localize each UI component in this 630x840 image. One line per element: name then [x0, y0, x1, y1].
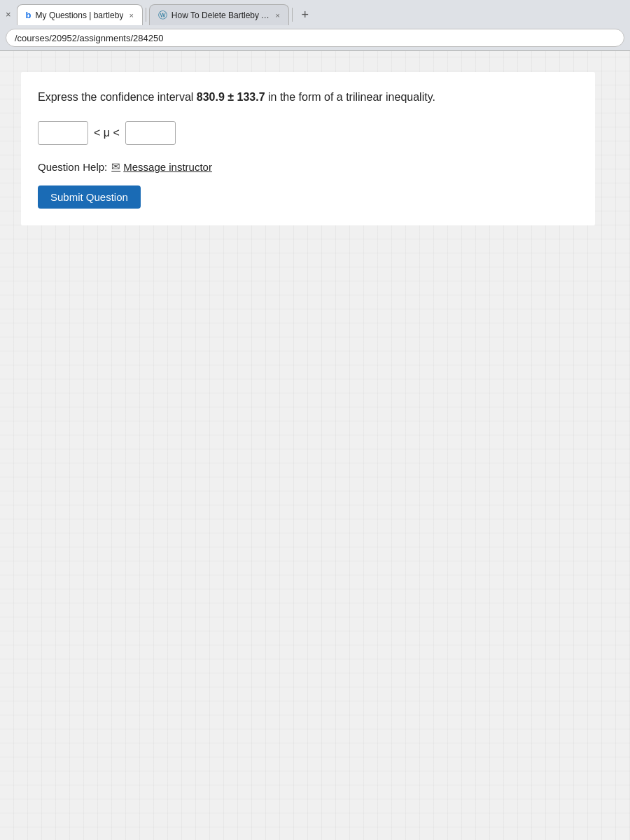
- tab-separator2: [292, 8, 293, 22]
- confidence-interval-value: 830.9 ± 133.7: [197, 91, 265, 103]
- inequality-symbol: < μ <: [94, 127, 120, 139]
- page-content: Express the confidence interval 830.9 ± …: [0, 51, 630, 840]
- tab-bar: × b My Questions | bartleby × ⓦ How To D…: [0, 0, 630, 25]
- bartleby-favicon: b: [26, 10, 31, 20]
- message-instructor-link[interactable]: ✉ Message instructor: [111, 160, 212, 173]
- tab-separator: [146, 8, 146, 22]
- lower-bound-input[interactable]: [38, 121, 88, 145]
- message-instructor-label: Message instructor: [123, 161, 212, 173]
- tab2-close[interactable]: ×: [275, 11, 279, 20]
- question-help-row: Question Help: ✉ Message instructor: [38, 160, 578, 173]
- upper-bound-input[interactable]: [125, 121, 176, 145]
- question-text: Express the confidence interval 830.9 ± …: [38, 89, 578, 106]
- question-help-label: Question Help:: [38, 161, 107, 173]
- address-bar: [0, 25, 630, 50]
- address-input[interactable]: [6, 29, 624, 47]
- tab-my-questions[interactable]: b My Questions | bartleby ×: [17, 4, 143, 25]
- mail-icon: ✉: [111, 160, 120, 173]
- tab2-label: How To Delete Bartleby Accou: [172, 10, 270, 20]
- wordpress-favicon: ⓦ: [158, 9, 167, 22]
- browser-close-x[interactable]: ×: [0, 2, 17, 27]
- browser-chrome: × b My Questions | bartleby × ⓦ How To D…: [0, 0, 630, 51]
- tab1-close[interactable]: ×: [129, 11, 133, 20]
- inequality-row: < μ <: [38, 121, 578, 145]
- submit-question-button[interactable]: Submit Question: [38, 186, 141, 209]
- new-tab-button[interactable]: +: [295, 5, 315, 24]
- tab-how-to-delete[interactable]: ⓦ How To Delete Bartleby Accou ×: [149, 4, 289, 25]
- question-card: Express the confidence interval 830.9 ± …: [21, 72, 595, 225]
- tab1-label: My Questions | bartleby: [36, 10, 124, 20]
